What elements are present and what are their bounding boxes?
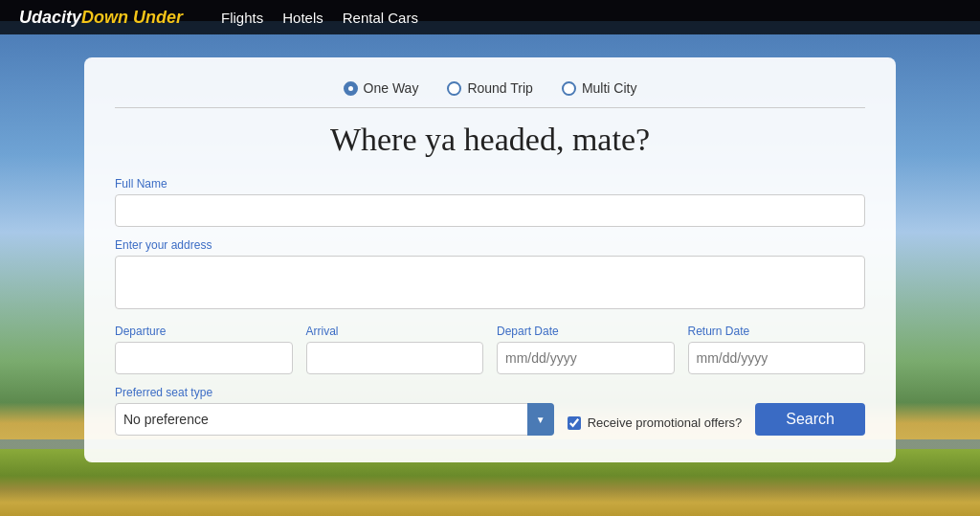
radio-one-way[interactable] xyxy=(344,81,358,96)
arrival-input[interactable] xyxy=(306,342,484,374)
departure-label: Departure xyxy=(115,325,293,338)
depart-date-label: Depart Date xyxy=(497,325,675,338)
promo-group: Receive promotional offers? xyxy=(568,415,743,436)
search-button[interactable]: Search xyxy=(755,403,865,436)
address-group: Enter your address xyxy=(115,238,865,313)
full-name-label: Full Name xyxy=(115,177,865,191)
nav-hotels[interactable]: Hotels xyxy=(282,10,323,26)
address-input[interactable] xyxy=(115,256,865,309)
travel-fields-row: Departure Arrival Depart Date Return Dat… xyxy=(115,325,865,374)
navbar: Udacity Down Under Flights Hotels Rental… xyxy=(0,0,980,34)
promo-checkbox[interactable] xyxy=(568,416,581,430)
seat-type-label: Preferred seat type xyxy=(115,386,554,399)
trip-option-multi-city-label: Multi City xyxy=(582,80,637,96)
depart-date-group: Depart Date xyxy=(497,325,675,374)
radio-multi-city[interactable] xyxy=(562,81,576,96)
seat-type-group: Preferred seat type No preference Window… xyxy=(115,386,554,436)
address-label: Enter your address xyxy=(115,238,865,252)
nav-flights[interactable]: Flights xyxy=(221,10,263,26)
seat-type-wrapper: No preference Window Aisle Middle xyxy=(115,403,554,436)
trip-option-round-trip-label: Round Trip xyxy=(467,80,532,96)
trip-option-round-trip[interactable]: Round Trip xyxy=(447,80,532,96)
depart-date-input[interactable] xyxy=(497,342,675,374)
return-date-label: Return Date xyxy=(688,325,866,338)
departure-group: Departure xyxy=(115,325,293,374)
trip-option-one-way-label: One Way xyxy=(364,80,419,96)
arrival-group: Arrival xyxy=(306,325,484,374)
nav-links: Flights Hotels Rental Cars xyxy=(221,10,418,26)
full-name-input[interactable] xyxy=(115,194,865,227)
trip-option-multi-city[interactable]: Multi City xyxy=(562,80,637,96)
full-name-group: Full Name xyxy=(115,177,865,227)
main-card: One Way Round Trip Multi City Where ya h… xyxy=(84,57,896,462)
seat-type-select[interactable]: No preference Window Aisle Middle xyxy=(115,403,554,436)
brand: Udacity Down Under xyxy=(19,8,183,28)
arrival-label: Arrival xyxy=(306,325,484,338)
departure-input[interactable] xyxy=(115,342,293,374)
brand-down-under: Down Under xyxy=(81,8,183,28)
return-date-input[interactable] xyxy=(688,342,866,374)
page-heading: Where ya headed, mate? xyxy=(115,122,865,158)
bottom-row: Preferred seat type No preference Window… xyxy=(115,386,865,436)
radio-round-trip[interactable] xyxy=(447,81,461,96)
return-date-group: Return Date xyxy=(688,325,866,374)
trip-option-one-way[interactable]: One Way xyxy=(344,80,419,96)
nav-rental-cars[interactable]: Rental Cars xyxy=(343,10,418,26)
promo-label[interactable]: Receive promotional offers? xyxy=(588,415,743,430)
trip-type-selector: One Way Round Trip Multi City xyxy=(115,80,865,108)
brand-udacity: Udacity xyxy=(19,8,81,28)
